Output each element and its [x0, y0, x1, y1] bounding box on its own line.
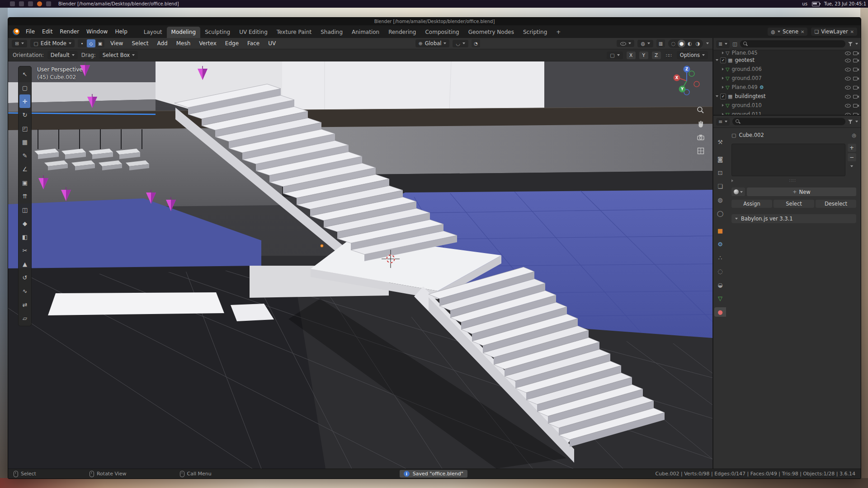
properties-tab-object[interactable]: ■ [714, 226, 726, 235]
wireframe-shading-button[interactable]: ◌ [670, 40, 677, 47]
toolbar-tool-annotate[interactable]: ✎ [19, 149, 30, 162]
outliner-row-collection[interactable]: ▦ geotest [713, 56, 861, 65]
window-title-bar[interactable]: Blender [/home/amalie/Desktop/blender/of… [8, 18, 861, 25]
menu-uv[interactable]: UV [265, 39, 278, 47]
properties-tab-data[interactable]: ▽ [714, 294, 726, 303]
mode-dropdown[interactable]: ▢ Edit Mode [30, 39, 75, 47]
toolbar-tool-bevel[interactable]: ◆ [19, 216, 30, 230]
menu-edge[interactable]: Edge [222, 39, 241, 47]
properties-tab-modifiers[interactable]: ⚙ [714, 239, 726, 249]
disclosure-icon[interactable] [722, 77, 724, 80]
display-mode-icon[interactable]: ◫ [732, 41, 737, 47]
tab-scripting[interactable]: Scripting [519, 27, 552, 38]
overlays-dropdown[interactable]: ◍ [637, 40, 653, 47]
tab-sculpting[interactable]: Sculpting [200, 27, 235, 38]
vertex-select-button[interactable]: • [78, 39, 86, 47]
snap-target-button[interactable]: ∷∷ [665, 51, 673, 59]
properties-tab-scene[interactable]: ◍ [714, 195, 726, 205]
collection-checkbox[interactable] [720, 94, 726, 99]
ortho-toggle-button[interactable] [695, 145, 706, 156]
list-resize-grip[interactable]: ∷∷ [731, 178, 856, 183]
outliner-row[interactable]: ▽ ground.007 [713, 74, 861, 83]
select-button[interactable]: Select [774, 200, 814, 208]
browse-material-button[interactable] [731, 188, 745, 196]
toolbar-tool-rotate[interactable]: ↻ [19, 108, 30, 122]
visibility-dropdown[interactable] [617, 40, 634, 47]
toolbar-tool-edge-slide[interactable]: ⇄ [19, 298, 30, 311]
tab-uv-editing[interactable]: UV Editing [235, 27, 272, 38]
axis-z-button[interactable]: Z [652, 52, 661, 59]
toolbar-tool-scale[interactable]: ◰ [19, 122, 30, 135]
hide-eye-icon[interactable] [844, 112, 851, 115]
properties-editor-type-button[interactable]: ≡ [716, 118, 730, 126]
pan-hand-button[interactable] [695, 118, 706, 129]
disclosure-icon[interactable] [716, 59, 718, 61]
toolbar-tool-poly-build[interactable]: ▲ [19, 257, 30, 271]
taskbar-app-icon[interactable] [10, 1, 15, 6]
tab-rendering[interactable]: Rendering [384, 27, 420, 38]
hide-eye-icon[interactable] [844, 66, 851, 72]
outliner-row[interactable]: ▽ ground.011 [713, 110, 861, 115]
menu-face[interactable]: Face [245, 39, 262, 47]
material-slot-list[interactable] [731, 144, 845, 176]
disable-render-icon[interactable] [853, 94, 859, 99]
toolbar-tool-extrude[interactable]: ⇈ [19, 189, 30, 203]
unlink-icon[interactable]: ✕ [850, 29, 854, 34]
tab-animation[interactable]: Animation [347, 27, 384, 38]
disable-render-icon[interactable] [853, 112, 859, 115]
axis-y-button[interactable]: Y [639, 52, 648, 59]
keyboard-layout-indicator[interactable]: us [802, 1, 807, 6]
tab-modeling[interactable]: Modeling [167, 27, 201, 38]
chevron-down-icon[interactable] [855, 43, 858, 45]
disclosure-icon[interactable] [722, 86, 724, 89]
menu-view[interactable]: View [108, 39, 126, 47]
menu-vertex[interactable]: Vertex [196, 39, 219, 47]
toolbar-tool-add-cube[interactable]: ▣ [19, 176, 30, 189]
toolbar-tool-transform[interactable]: ▦ [19, 135, 30, 149]
toolbar-tool-move[interactable]: ✛ [19, 94, 30, 108]
tab-compositing[interactable]: Compositing [420, 27, 463, 38]
zoom-tool-button[interactable] [695, 105, 706, 116]
menu-file[interactable]: File [22, 27, 38, 36]
toolbar-tool-spin[interactable]: ↺ [19, 271, 30, 284]
collection-checkbox[interactable] [720, 57, 726, 63]
properties-tab-material[interactable]: ● [714, 307, 726, 317]
outliner-row-collection[interactable]: ▦ buildingtest [713, 92, 861, 101]
add-workspace-button[interactable]: + [552, 27, 565, 38]
drag-setting-dropdown[interactable]: Select Box [99, 51, 138, 59]
disable-render-icon[interactable] [853, 66, 859, 72]
properties-tab-physics[interactable]: ◌ [714, 267, 726, 276]
navigation-gizmo[interactable]: X Y Z [671, 65, 703, 97]
hide-eye-icon[interactable] [844, 57, 851, 63]
menu-render[interactable]: Render [56, 27, 83, 36]
toolbar-tool-loop-cut[interactable]: ◧ [19, 230, 30, 244]
solid-shading-button[interactable]: ● [678, 40, 685, 47]
options-dropdown[interactable]: Options [677, 51, 708, 59]
toolbar-tool-inset-faces[interactable]: ◫ [19, 203, 30, 216]
hide-eye-icon[interactable] [844, 103, 851, 108]
disable-render-icon[interactable] [853, 75, 859, 81]
outliner-row[interactable]: ▽ Plane.049 ⚙ [713, 83, 861, 92]
tab-shading[interactable]: Shading [316, 27, 347, 38]
outliner-search-input[interactable] [740, 40, 845, 47]
add-material-slot-button[interactable]: + [848, 144, 856, 152]
menu-edit[interactable]: Edit [38, 27, 56, 36]
hide-eye-icon[interactable] [844, 84, 851, 90]
unlink-icon[interactable]: ✕ [801, 29, 804, 34]
editor-type-button[interactable]: ⊞ [12, 40, 27, 47]
new-material-button[interactable]: + New [747, 188, 856, 196]
deselect-button[interactable]: Deselect [816, 200, 856, 208]
toolbar-tool-smooth[interactable]: ∿ [19, 284, 30, 298]
viewport-canvas[interactable] [8, 61, 712, 469]
menu-help[interactable]: Help [111, 27, 131, 36]
tab-geometry-nodes[interactable]: Geometry Nodes [464, 27, 519, 38]
expand-icon[interactable] [731, 179, 733, 182]
scene-selector[interactable]: ◍ Scene ✕ [768, 28, 807, 36]
toolbar-tool-shear[interactable]: ▱ [19, 311, 30, 325]
outliner-editor-type-button[interactable]: ≣ [716, 40, 730, 48]
material-shading-button[interactable]: ◐ [686, 40, 693, 47]
shading-options-chevron[interactable] [706, 42, 709, 44]
remove-material-slot-button[interactable]: − [848, 153, 856, 161]
disclosure-icon[interactable] [722, 104, 724, 107]
disable-render-icon[interactable] [853, 103, 859, 108]
